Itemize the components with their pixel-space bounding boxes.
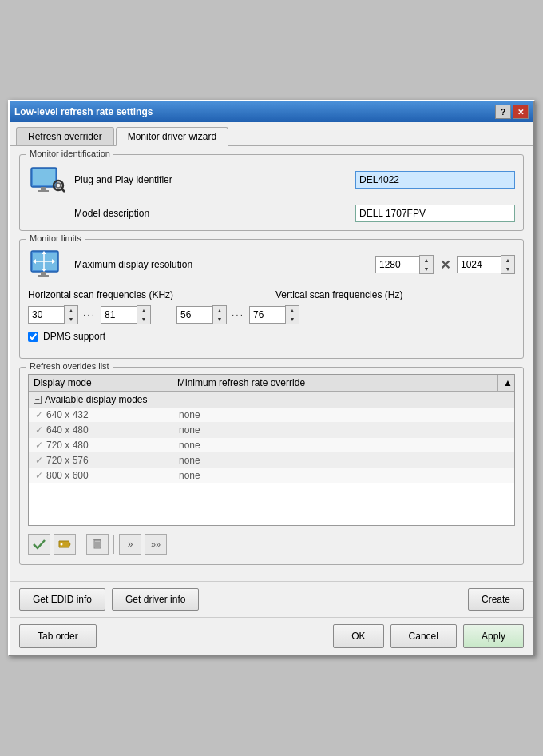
list-toolbar: » »» [28, 532, 515, 556]
toolbar-separator-2 [113, 535, 114, 554]
h-freq-max-down[interactable]: ▼ [137, 315, 150, 324]
create-button[interactable]: Create [468, 588, 524, 611]
refresh-list[interactable]: Display mode Minimum refresh rate overri… [28, 374, 515, 526]
res-height-up[interactable]: ▲ [501, 256, 514, 265]
title-bar-controls: ? ✕ [495, 105, 529, 119]
col-display-mode: Display mode [29, 375, 172, 391]
res-height-spinner[interactable]: ▲ ▼ [457, 255, 515, 274]
model-label: Model description [74, 208, 349, 219]
refresh-overrides-label: Refresh overides list [26, 361, 113, 371]
refresh-cell: none [172, 453, 514, 468]
list-item[interactable]: 640 x 432 none [29, 408, 514, 423]
v-freq-min-input[interactable] [176, 306, 212, 324]
svg-rect-1 [33, 169, 55, 185]
scroll-header: ▲ [498, 375, 514, 391]
monitor-identification-label: Monitor identification [26, 149, 113, 158]
v-freq-max-up[interactable]: ▲ [286, 306, 299, 315]
tab-monitor-driver-wizard[interactable]: Monitor driver wizard [116, 127, 228, 146]
res-width-input[interactable] [375, 256, 419, 273]
h-dots: ··· [83, 309, 96, 320]
svg-line-5 [62, 189, 65, 193]
apply-button[interactable]: Apply [463, 624, 524, 648]
monitor-identification-group: Monitor identification Plug and Play ide… [19, 154, 524, 231]
collapse-icon[interactable]: − [34, 396, 42, 404]
dpms-row: DPMS support [28, 331, 515, 342]
delete-tool-button[interactable] [86, 534, 109, 555]
refresh-cell: none [172, 468, 514, 483]
mode-cell: 720 x 480 [29, 438, 172, 452]
arrow-right-button[interactable]: » [119, 534, 141, 555]
v-freq-min-up[interactable]: ▲ [213, 306, 226, 315]
refresh-cell: none [172, 423, 514, 437]
get-driver-button[interactable]: Get driver info [112, 588, 199, 611]
x-separator: ✕ [440, 257, 450, 273]
svg-rect-3 [38, 190, 49, 192]
resolution-monitor-icon [28, 246, 68, 283]
tab-order-button[interactable]: Tab order [19, 624, 97, 648]
monitor-limits-label: Monitor limits [26, 233, 85, 243]
list-item[interactable]: 720 x 576 none [29, 453, 514, 468]
monitor-limits-group: Monitor limits [19, 239, 524, 359]
window-title: Low-level refresh rate settings [14, 106, 153, 117]
list-item[interactable]: 720 x 480 none [29, 438, 514, 453]
tab-refresh-overrider[interactable]: Refresh overrider [16, 127, 114, 145]
help-button[interactable]: ? [495, 105, 511, 119]
v-freq-min-down[interactable]: ▼ [213, 315, 226, 324]
res-height-input[interactable] [457, 256, 501, 273]
svg-rect-9 [41, 272, 46, 275]
tab-content: Monitor identification Plug and Play ide… [10, 146, 533, 581]
h-freq-max-input[interactable] [101, 306, 137, 324]
v-freq-max-down[interactable]: ▼ [286, 315, 299, 324]
v-freq-label: Vertical scan frequencies (Hz) [275, 289, 515, 300]
list-item[interactable]: 800 x 600 none [29, 468, 514, 483]
refresh-cell: none [172, 408, 514, 422]
refresh-cell: none [172, 438, 514, 452]
cancel-button[interactable]: Cancel [390, 624, 457, 648]
h-freq-min-input[interactable] [28, 306, 64, 324]
check-tool-button[interactable] [28, 534, 50, 555]
get-edid-button[interactable]: Get EDID info [19, 588, 105, 611]
svg-rect-20 [93, 539, 101, 540]
h-freq-max-spinner[interactable]: ▲ ▼ [101, 305, 151, 324]
model-input[interactable] [355, 205, 515, 222]
list-group-header: − Available display modes [29, 392, 514, 408]
v-freq-min-spinner[interactable]: ▲ ▼ [176, 305, 227, 324]
tab-bar: Refresh overrider Monitor driver wizard [10, 122, 533, 146]
svg-rect-2 [41, 187, 46, 190]
res-height-down[interactable]: ▼ [501, 265, 514, 273]
ok-button[interactable]: OK [333, 624, 383, 648]
res-width-spinner[interactable]: ▲ ▼ [375, 255, 434, 274]
pnp-input[interactable] [355, 171, 515, 189]
main-window: Low-level refresh rate settings ? ✕ Refr… [8, 100, 535, 656]
h-freq-max-up[interactable]: ▲ [137, 306, 150, 315]
arrow-right-double-button[interactable]: »» [145, 534, 167, 555]
v-dots: ··· [232, 309, 244, 320]
svg-rect-10 [38, 275, 49, 277]
model-row: Model description [28, 205, 515, 222]
group-header-label: Available display modes [45, 394, 148, 405]
mode-cell: 640 x 432 [29, 408, 172, 422]
tag-tool-button[interactable] [54, 534, 76, 555]
h-freq-min-spinner[interactable]: ▲ ▼ [28, 305, 78, 324]
list-item[interactable]: 640 x 480 none [29, 423, 514, 438]
mode-cell: 800 x 600 [29, 468, 172, 483]
refresh-overrides-group: Refresh overides list Display mode Minim… [19, 367, 524, 565]
mode-cell: 640 x 480 [29, 423, 172, 437]
bottom-button-row: Get EDID info Get driver info Create [10, 581, 533, 617]
title-bar: Low-level refresh rate settings ? ✕ [10, 101, 533, 122]
toolbar-separator [81, 535, 81, 554]
footer-button-row: Tab order OK Cancel Apply [10, 617, 533, 655]
v-freq-max-input[interactable] [249, 306, 285, 324]
dpms-checkbox[interactable] [28, 332, 38, 342]
max-resolution-row: Maximum display resolution ▲ ▼ ✕ ▲ ▼ [28, 246, 515, 283]
close-button[interactable]: ✕ [513, 105, 529, 119]
res-width-down[interactable]: ▼ [420, 265, 433, 273]
pnp-row: Plug and Play identifier [28, 161, 515, 198]
svg-point-18 [61, 543, 63, 546]
h-freq-min-down[interactable]: ▼ [65, 315, 77, 324]
h-freq-min-up[interactable]: ▲ [65, 306, 77, 315]
res-width-up[interactable]: ▲ [420, 256, 433, 265]
v-freq-max-spinner[interactable]: ▲ ▼ [249, 305, 299, 324]
dpms-label: DPMS support [43, 331, 105, 342]
col-min-refresh: Minimum refresh rate override [172, 375, 498, 391]
